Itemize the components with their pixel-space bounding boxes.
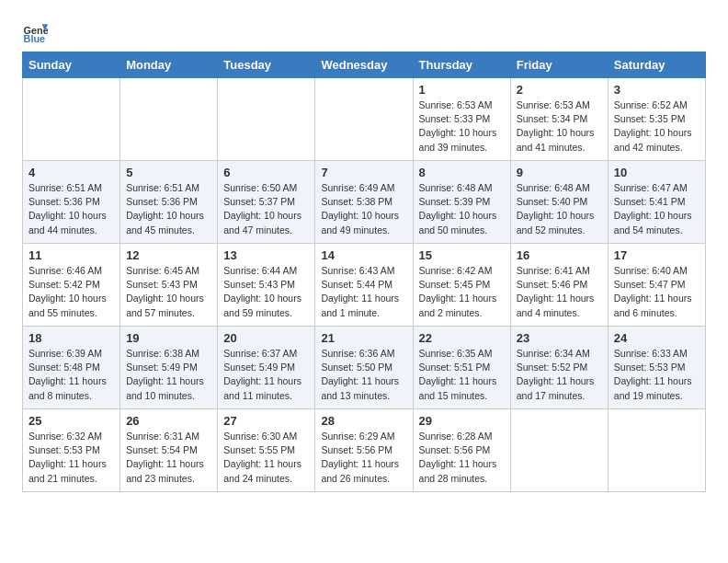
calendar-cell (218, 78, 315, 161)
day-info: Sunrise: 6:53 AM Sunset: 5:33 PM Dayligh… (419, 98, 505, 155)
day-info: Sunrise: 6:48 AM Sunset: 5:40 PM Dayligh… (517, 181, 602, 237)
day-number: 7 (321, 166, 406, 179)
day-info: Sunrise: 6:34 AM Sunset: 5:52 PM Dayligh… (517, 347, 602, 403)
day-info: Sunrise: 6:51 AM Sunset: 5:36 PM Dayligh… (126, 181, 211, 237)
weekday-header-thursday: Thursday (413, 52, 510, 78)
calendar-cell (23, 78, 120, 161)
calendar-cell (608, 409, 705, 492)
day-number: 15 (419, 248, 505, 262)
week-row-5: 25Sunrise: 6:32 AM Sunset: 5:53 PM Dayli… (23, 409, 706, 492)
calendar-cell: 19Sunrise: 6:38 AM Sunset: 5:49 PM Dayli… (120, 327, 218, 409)
day-info: Sunrise: 6:46 AM Sunset: 5:42 PM Dayligh… (28, 264, 114, 320)
day-info: Sunrise: 6:39 AM Sunset: 5:48 PM Dayligh… (28, 347, 114, 403)
day-number: 10 (614, 166, 700, 179)
logo: General Blue (22, 18, 51, 44)
calendar-cell: 25Sunrise: 6:32 AM Sunset: 5:53 PM Dayli… (23, 409, 120, 492)
weekday-header-monday: Monday (120, 52, 218, 78)
day-info: Sunrise: 6:53 AM Sunset: 5:34 PM Dayligh… (517, 98, 602, 155)
day-number: 18 (28, 331, 114, 345)
weekday-header-wednesday: Wednesday (315, 52, 413, 78)
day-info: Sunrise: 6:31 AM Sunset: 5:54 PM Dayligh… (126, 430, 211, 486)
calendar-cell: 16Sunrise: 6:41 AM Sunset: 5:46 PM Dayli… (510, 244, 608, 327)
day-info: Sunrise: 6:42 AM Sunset: 5:45 PM Dayligh… (419, 264, 505, 320)
day-info: Sunrise: 6:37 AM Sunset: 5:49 PM Dayligh… (223, 347, 309, 403)
calendar-cell: 21Sunrise: 6:36 AM Sunset: 5:50 PM Dayli… (315, 327, 413, 409)
day-info: Sunrise: 6:32 AM Sunset: 5:53 PM Dayligh… (28, 430, 114, 486)
calendar-cell: 26Sunrise: 6:31 AM Sunset: 5:54 PM Dayli… (120, 409, 218, 492)
day-info: Sunrise: 6:43 AM Sunset: 5:44 PM Dayligh… (321, 264, 406, 320)
day-number: 23 (517, 331, 602, 345)
calendar-cell (510, 409, 608, 492)
calendar-cell: 2Sunrise: 6:53 AM Sunset: 5:34 PM Daylig… (510, 78, 608, 161)
calendar-cell: 15Sunrise: 6:42 AM Sunset: 5:45 PM Dayli… (413, 244, 510, 327)
calendar-cell: 18Sunrise: 6:39 AM Sunset: 5:48 PM Dayli… (23, 327, 120, 409)
page-header: General Blue (22, 18, 706, 44)
weekday-header-saturday: Saturday (608, 52, 705, 78)
day-number: 5 (126, 166, 211, 179)
day-info: Sunrise: 6:44 AM Sunset: 5:43 PM Dayligh… (223, 264, 309, 320)
weekday-header-sunday: Sunday (23, 52, 120, 78)
day-number: 6 (223, 166, 309, 179)
day-number: 16 (517, 248, 602, 262)
calendar-cell: 27Sunrise: 6:30 AM Sunset: 5:55 PM Dayli… (218, 409, 315, 492)
week-row-3: 11Sunrise: 6:46 AM Sunset: 5:42 PM Dayli… (23, 244, 706, 327)
day-info: Sunrise: 6:49 AM Sunset: 5:38 PM Dayligh… (321, 181, 406, 237)
day-info: Sunrise: 6:45 AM Sunset: 5:43 PM Dayligh… (126, 264, 211, 320)
weekday-header-tuesday: Tuesday (218, 52, 315, 78)
day-number: 1 (419, 83, 505, 97)
calendar-cell: 28Sunrise: 6:29 AM Sunset: 5:56 PM Dayli… (315, 409, 413, 492)
day-number: 13 (223, 248, 309, 262)
calendar-cell: 29Sunrise: 6:28 AM Sunset: 5:56 PM Dayli… (413, 409, 510, 492)
day-number: 26 (126, 414, 211, 428)
day-number: 27 (223, 414, 309, 428)
svg-text:Blue: Blue (24, 33, 46, 44)
day-info: Sunrise: 6:52 AM Sunset: 5:35 PM Dayligh… (614, 98, 700, 155)
day-number: 11 (28, 248, 114, 262)
calendar-cell: 5Sunrise: 6:51 AM Sunset: 5:36 PM Daylig… (120, 161, 218, 244)
calendar-cell: 23Sunrise: 6:34 AM Sunset: 5:52 PM Dayli… (510, 327, 608, 409)
week-row-4: 18Sunrise: 6:39 AM Sunset: 5:48 PM Dayli… (23, 327, 706, 409)
day-number: 22 (419, 331, 505, 345)
calendar-cell: 13Sunrise: 6:44 AM Sunset: 5:43 PM Dayli… (218, 244, 315, 327)
calendar-cell: 3Sunrise: 6:52 AM Sunset: 5:35 PM Daylig… (608, 78, 705, 161)
week-row-2: 4Sunrise: 6:51 AM Sunset: 5:36 PM Daylig… (23, 161, 706, 244)
day-number: 2 (517, 83, 602, 97)
day-info: Sunrise: 6:33 AM Sunset: 5:53 PM Dayligh… (614, 347, 700, 403)
calendar-cell: 17Sunrise: 6:40 AM Sunset: 5:47 PM Dayli… (608, 244, 705, 327)
calendar-cell: 1Sunrise: 6:53 AM Sunset: 5:33 PM Daylig… (413, 78, 510, 161)
day-info: Sunrise: 6:40 AM Sunset: 5:47 PM Dayligh… (614, 264, 700, 320)
logo-icon: General Blue (22, 18, 48, 44)
week-row-1: 1Sunrise: 6:53 AM Sunset: 5:33 PM Daylig… (23, 78, 706, 161)
day-info: Sunrise: 6:41 AM Sunset: 5:46 PM Dayligh… (517, 264, 602, 320)
day-info: Sunrise: 6:35 AM Sunset: 5:51 PM Dayligh… (419, 347, 505, 403)
day-number: 24 (614, 331, 700, 345)
day-number: 21 (321, 331, 406, 345)
day-info: Sunrise: 6:29 AM Sunset: 5:56 PM Dayligh… (321, 430, 406, 486)
day-number: 9 (517, 166, 602, 179)
weekday-header-row: SundayMondayTuesdayWednesdayThursdayFrid… (23, 52, 706, 78)
day-number: 3 (614, 83, 700, 97)
weekday-header-friday: Friday (510, 52, 608, 78)
calendar-cell (315, 78, 413, 161)
calendar-cell: 20Sunrise: 6:37 AM Sunset: 5:49 PM Dayli… (218, 327, 315, 409)
day-number: 25 (28, 414, 114, 428)
day-info: Sunrise: 6:51 AM Sunset: 5:36 PM Dayligh… (28, 181, 114, 237)
day-number: 28 (321, 414, 406, 428)
day-number: 14 (321, 248, 406, 262)
day-number: 20 (223, 331, 309, 345)
day-info: Sunrise: 6:48 AM Sunset: 5:39 PM Dayligh… (419, 181, 505, 237)
day-info: Sunrise: 6:47 AM Sunset: 5:41 PM Dayligh… (614, 181, 700, 237)
calendar-cell: 9Sunrise: 6:48 AM Sunset: 5:40 PM Daylig… (510, 161, 608, 244)
day-info: Sunrise: 6:36 AM Sunset: 5:50 PM Dayligh… (321, 347, 406, 403)
day-info: Sunrise: 6:50 AM Sunset: 5:37 PM Dayligh… (223, 181, 309, 237)
calendar-cell: 12Sunrise: 6:45 AM Sunset: 5:43 PM Dayli… (120, 244, 218, 327)
day-info: Sunrise: 6:28 AM Sunset: 5:56 PM Dayligh… (419, 430, 505, 486)
day-number: 29 (419, 414, 505, 428)
day-number: 17 (614, 248, 700, 262)
day-number: 19 (126, 331, 211, 345)
calendar-cell: 14Sunrise: 6:43 AM Sunset: 5:44 PM Dayli… (315, 244, 413, 327)
day-number: 8 (419, 166, 505, 179)
day-info: Sunrise: 6:38 AM Sunset: 5:49 PM Dayligh… (126, 347, 211, 403)
calendar-cell: 22Sunrise: 6:35 AM Sunset: 5:51 PM Dayli… (413, 327, 510, 409)
calendar-cell: 11Sunrise: 6:46 AM Sunset: 5:42 PM Dayli… (23, 244, 120, 327)
